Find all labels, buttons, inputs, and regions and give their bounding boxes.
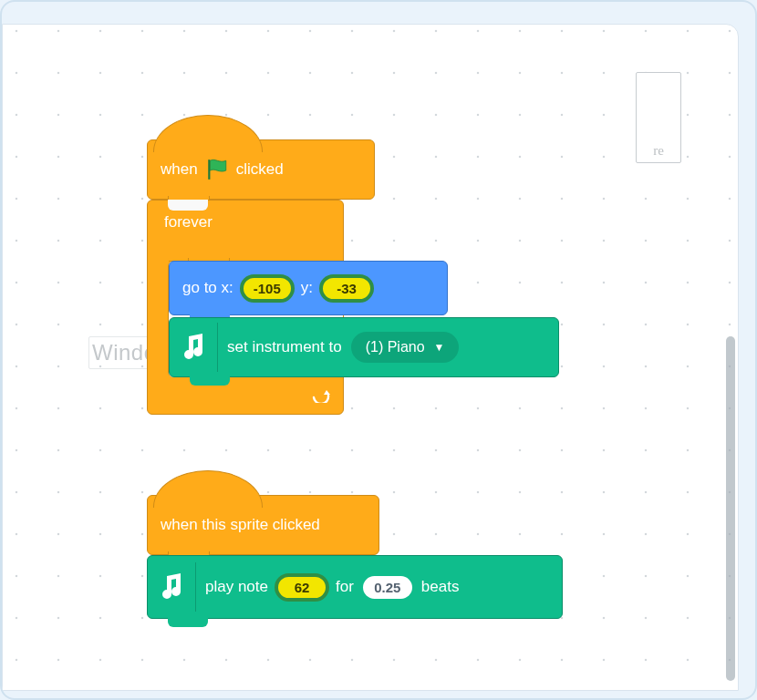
hat-suffix: clicked [236,160,284,179]
go-to-xy-block[interactable]: go to x: -105 y: -33 [169,261,448,315]
music-extension-icon [170,323,218,372]
set-instrument-label: set instrument to [227,338,342,356]
goto-label-x: go to x: [182,279,233,297]
goto-x-input[interactable]: -105 [243,277,292,300]
play-note-label-2: for [336,578,354,596]
sprite-thumbnail-label: re [653,143,664,159]
play-note-label-3: beats [421,578,460,596]
script-2[interactable]: when this sprite clicked play note 62 fo… [147,495,563,619]
when-sprite-clicked-block[interactable]: when this sprite clicked [147,495,379,555]
goto-label-y: y: [301,279,313,297]
vertical-scrollbar[interactable] [726,336,735,681]
green-flag-icon [205,158,229,181]
app-frame: re Window Snip when clicked forever [0,0,757,700]
chevron-down-icon: ▼ [434,341,445,354]
instrument-dropdown[interactable]: (1) Piano ▼ [351,332,460,363]
script-1[interactable]: when clicked forever [147,139,375,415]
instrument-dropdown-value: (1) Piano [366,339,425,355]
play-note-label-1: play note [205,578,268,596]
play-note-input[interactable]: 62 [277,576,327,599]
set-instrument-block[interactable]: set instrument to (1) Piano ▼ [169,317,559,377]
sprite-clicked-label: when this sprite clicked [161,516,320,534]
play-beats-input[interactable]: 0.25 [363,576,412,599]
sprite-thumbnail[interactable]: re [636,72,681,163]
when-flag-clicked-block[interactable]: when clicked [147,139,375,200]
hat-prefix: when [161,160,198,179]
forever-label: forever [164,213,213,231]
loop-arrow-icon [310,385,332,403]
code-canvas[interactable]: re Window Snip when clicked forever [2,24,739,691]
music-extension-icon [148,562,196,612]
forever-block[interactable]: forever go to x: -105 y: -33 [147,200,344,415]
play-note-block[interactable]: play note 62 for 0.25 beats [147,555,563,619]
goto-y-input[interactable]: -33 [322,277,371,300]
